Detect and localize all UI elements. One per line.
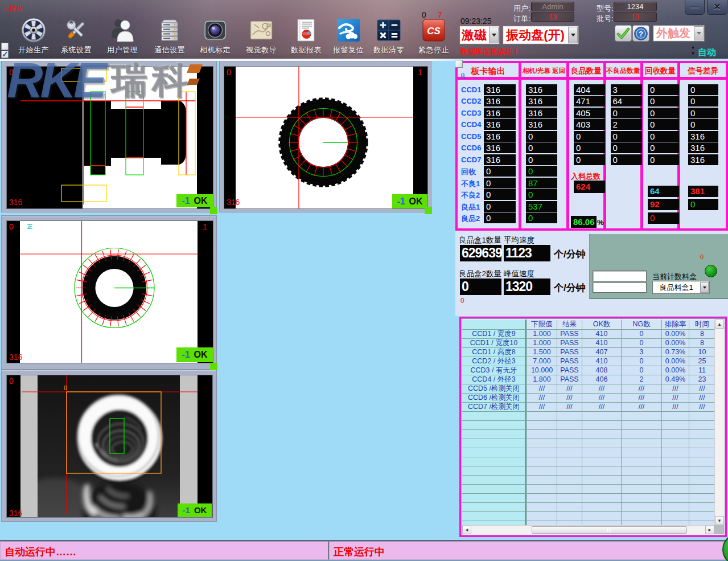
- horizontal-scrollbar[interactable]: ◄ ►: [462, 525, 714, 534]
- table-cell: 1.500: [527, 348, 557, 357]
- table-cell: [662, 439, 689, 448]
- trigger-combobox[interactable]: 外触发: [653, 25, 705, 42]
- stats-row-label: 不良2: [461, 190, 480, 200]
- camera-2-count-tl: 0: [227, 68, 231, 77]
- scroll-up-button[interactable]: ▲: [715, 320, 724, 329]
- table-cell: 410: [582, 357, 622, 366]
- yield-rate-unit: %: [597, 218, 604, 227]
- tray-combobox-arrow[interactable]: [700, 282, 709, 293]
- table-cell: [527, 412, 557, 421]
- table-cell: [582, 448, 622, 457]
- table-row-name: [462, 457, 527, 466]
- camera-panel-4[interactable]: 0 316 0 -1OK: [1, 370, 217, 522]
- camera-1-result-badge: -1OK: [176, 194, 213, 207]
- toolbar-button-label: 用户管理: [101, 45, 144, 55]
- table-row-name: CCD4 / 外径3: [462, 375, 527, 384]
- stats-grid-checkbox[interactable]: [455, 60, 463, 68]
- auto-mode-label: 自动: [698, 47, 716, 59]
- table-cell: [527, 512, 557, 521]
- table-row[interactable]: CCD1 / 宽度101.000PASS41000.00%8: [462, 339, 714, 348]
- table-row-name: [462, 512, 527, 521]
- table-cell: 25: [689, 357, 714, 366]
- table-cell: 0.00%: [662, 357, 689, 366]
- vibrator-combobox[interactable]: 振动盘(开): [503, 26, 579, 44]
- table-cell: ///: [557, 394, 582, 403]
- table-cell: [582, 430, 622, 439]
- batch-field[interactable]: 13: [614, 12, 657, 22]
- stats-value-box: 316: [484, 154, 516, 165]
- tray-input-2[interactable]: [593, 282, 647, 293]
- stats-value-box: 0: [574, 131, 605, 142]
- toolbar-button-10[interactable]: CS紧急停止: [412, 17, 455, 56]
- box2-count-label: 良品盒2数量: [459, 269, 501, 279]
- stats-value-box: 0: [688, 108, 718, 118]
- horizontal-scrollbar-thumb[interactable]: [532, 526, 687, 534]
- stats-value-box: 0: [574, 154, 605, 165]
- excite-combobox[interactable]: 激磁: [459, 26, 500, 44]
- tray-input-1[interactable]: [593, 271, 647, 281]
- table-row-name: [462, 476, 527, 485]
- help-button[interactable]: ?: [632, 25, 649, 42]
- table-row[interactable]: CCD3 / 有无牙10.000PASS40800.00%11: [462, 366, 714, 375]
- excite-combobox-arrow[interactable]: [489, 27, 499, 43]
- table-row[interactable]: CCD4 / 外径31.800PASS40620.49%23: [462, 375, 714, 384]
- table-cell: [689, 448, 714, 457]
- toolbar-button-2[interactable]: 系统设置: [55, 17, 98, 56]
- stats-extra-box: 0: [688, 199, 718, 210]
- minimize-button[interactable]: —: [685, 0, 705, 15]
- users-icon: [101, 17, 144, 44]
- trigger-combobox-arrow[interactable]: [694, 26, 704, 40]
- table-cell: [527, 466, 557, 476]
- toolbar-button-4[interactable]: 通信设置: [148, 17, 191, 56]
- vertical-scrollbar[interactable]: ▲ ▼: [714, 320, 724, 525]
- table-cell: ///: [582, 403, 622, 412]
- table-cell: [622, 457, 662, 466]
- reel-icon: [12, 17, 55, 44]
- camera-panel-3[interactable]: 0 1 316 正 -1OK: [1, 215, 217, 370]
- toolbar-button-9[interactable]: 数据清零: [367, 17, 410, 56]
- close-button[interactable]: ✕: [707, 0, 727, 15]
- counters-panel: 良品盒1数量 629639 平均速度 1123 个/分钟 良品盒2数量 0 峰值…: [455, 231, 728, 316]
- scroll-left-button[interactable]: ◄: [462, 526, 471, 534]
- stats-column-header: 相机/光幕 返回: [521, 63, 566, 80]
- user-field[interactable]: Admin: [531, 2, 574, 11]
- camera-3-image: [7, 221, 213, 363]
- stats-value-box: 316: [484, 84, 516, 95]
- spinner-down[interactable]: ▼: [691, 52, 695, 55]
- table-row-name: [462, 448, 527, 457]
- table-row[interactable]: CCD2 / 外径37.000PASS41000.00%25: [462, 357, 714, 366]
- table-cell: [622, 412, 662, 421]
- stats-value-box: 537: [526, 201, 557, 212]
- camera-panel-2[interactable]: 0 1 316 -1OK: [219, 61, 431, 212]
- table-row[interactable]: CCD6 /检测关闭//////////////////: [462, 394, 714, 403]
- application-window: 已授权 开始生产系统设置用户管理通信设置相机标定视觉教导数据报表报警复位数据清零…: [0, 0, 728, 561]
- table-row[interactable]: CCD7 /检测关闭//////////////////: [462, 403, 714, 412]
- order-field[interactable]: 13: [531, 12, 574, 22]
- toolbar-button-3[interactable]: 用户管理: [101, 17, 144, 56]
- stats-column-6: 信号差异00003163163163810: [680, 63, 726, 228]
- stats-value-box: 0: [484, 178, 516, 189]
- toolbar-button-6[interactable]: 视觉教导: [240, 17, 283, 56]
- scroll-down-button[interactable]: ▼: [715, 516, 724, 525]
- camera-panel-1[interactable]: 0 316 -1OK: [1, 61, 217, 212]
- confirm-button[interactable]: [615, 25, 632, 42]
- table-row[interactable]: CCD1 / 宽度91.000PASS41000.00%8: [462, 330, 714, 339]
- table-row[interactable]: CCD1 / 高度81.500PASS40730.73%10: [462, 348, 714, 357]
- vibrator-combobox-arrow[interactable]: [568, 27, 578, 43]
- spinner-up[interactable]: ▲: [691, 46, 695, 49]
- toolbar-button-1[interactable]: 开始生产: [12, 17, 55, 56]
- camera-4-roi-label: 0: [64, 384, 67, 391]
- stats-value-box: 87: [526, 178, 557, 189]
- table-row[interactable]: CCD5 /检测关闭//////////////////: [462, 384, 714, 394]
- stats-column-2: 相机/光幕 返回31631631631600008705370: [521, 63, 566, 228]
- toolbar-button-5[interactable]: 相机标定: [194, 17, 237, 56]
- toolbar-button-7[interactable]: 数据报表: [285, 17, 328, 56]
- tray-combobox[interactable]: 良品料盒1: [652, 281, 710, 294]
- scroll-right-button[interactable]: ►: [705, 526, 714, 534]
- model-field[interactable]: 1234: [614, 2, 657, 11]
- toolbar-button-8[interactable]: 报警复位: [327, 17, 370, 56]
- table-row-name: [462, 412, 527, 421]
- table-cell: 10.000: [527, 366, 557, 375]
- toolbar-checkbox-2[interactable]: [1, 51, 9, 58]
- table-cell: [582, 476, 622, 485]
